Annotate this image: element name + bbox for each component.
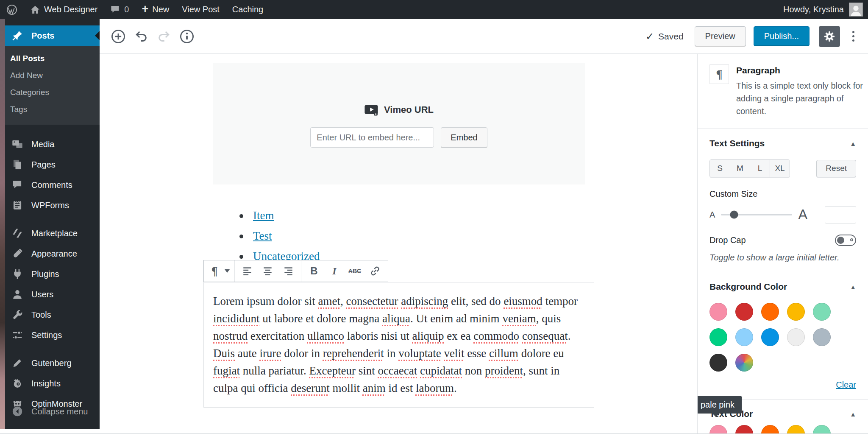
sidebar-item-gutenberg[interactable]: Gutenberg [0,353,100,373]
collapse-panel-icon[interactable]: ▲ [850,283,856,291]
admin-bar: Web Designer 0 + New View Post Caching H… [0,0,868,19]
list-item: Test [236,229,320,250]
align-right-button[interactable] [278,260,298,282]
sidebar-item-marketplace[interactable]: Marketplace [0,223,100,243]
block-inserter-button[interactable] [109,27,128,46]
sidebar-item-tools[interactable]: Tools [0,305,100,325]
slider-thumb[interactable] [730,211,738,219]
sidebar-item-appearance[interactable]: Appearance [0,243,100,264]
embed-url-input[interactable] [310,127,434,148]
sidebar-item-posts[interactable]: Posts [0,25,100,46]
color-swatch[interactable] [787,328,805,346]
wordpress-editor-window: Web Designer 0 + New View Post Caching H… [0,0,868,436]
gear-icon [823,31,835,42]
collapse-panel-icon[interactable]: ▲ [850,411,856,418]
preview-button[interactable]: Preview [695,26,746,46]
drop-cap-toggle[interactable] [835,235,856,246]
embed-button[interactable]: Embed [441,127,487,148]
sidebar-item-media[interactable]: Media [0,134,100,154]
view-post-link[interactable]: View Post [175,0,226,19]
block-card-description: This is a simple text only block for add… [736,79,863,117]
sidebar-item-wpforms[interactable]: WPForms [0,195,100,215]
color-swatch[interactable] [709,303,727,321]
custom-color-swatch[interactable] [735,354,753,372]
caching-menu[interactable]: Caching [226,0,270,19]
submenu-item-tags[interactable]: Tags [0,101,100,118]
posts-submenu: All PostsAdd NewCategoriesTags [0,46,100,125]
submenu-item-categories[interactable]: Categories [0,84,100,101]
color-swatch[interactable] [761,425,779,434]
color-swatch[interactable] [735,328,753,346]
comments-menu[interactable]: 0 [104,0,135,19]
text-settings-title: Text Settings [709,138,765,148]
bold-button[interactable]: B [304,260,324,282]
link-icon [369,265,381,277]
custom-size-input[interactable] [825,206,856,224]
users-icon [12,289,23,300]
color-swatch[interactable] [787,303,805,321]
collapse-arrow-icon [12,406,23,417]
publish-button[interactable]: Publish... [754,26,810,46]
italic-button[interactable]: I [324,260,345,282]
color-swatch[interactable] [761,328,779,346]
font-size-m-button[interactable]: M [730,160,750,177]
submenu-item-all-posts[interactable]: All Posts [0,50,100,67]
redo-button[interactable] [155,27,173,46]
color-swatch[interactable] [709,425,727,434]
sidebar-item-comments[interactable]: Comments [0,175,100,195]
collapse-menu-button[interactable]: Collapse menu [0,402,100,421]
collapse-panel-icon[interactable]: ▲ [850,140,856,147]
check-icon: ✓ [645,31,654,42]
color-swatch[interactable] [735,425,753,434]
submenu-item-add-new[interactable]: Add New [0,67,100,84]
color-swatch[interactable] [813,328,831,346]
pages-icon [12,159,23,170]
list-link-item[interactable]: Item [253,209,274,222]
reset-button[interactable]: Reset [816,160,856,177]
font-size-s-button[interactable]: S [710,160,730,177]
undo-button[interactable] [132,27,150,46]
comment-bubble-icon [110,5,120,15]
settings-gear-button[interactable] [819,26,840,47]
color-swatch[interactable] [761,303,779,321]
list-link-test[interactable]: Test [253,229,272,242]
admin-sidebar: Posts All PostsAdd NewCategoriesTags Med… [0,19,100,429]
howdy-account-menu[interactable]: Howdy, Krystina [783,5,844,14]
link-button[interactable] [365,260,385,282]
color-swatch[interactable] [813,303,831,321]
color-name-tooltip: pale pink [697,396,742,414]
strikethrough-button[interactable]: ABC [345,260,365,282]
text-color-swatches [709,425,856,434]
pushpin-icon [12,30,23,41]
sidebar-item-settings[interactable]: Settings [0,325,100,345]
video-icon [364,103,378,116]
paragraph-block[interactable]: Lorem ipsum dolor sit amet, consectetur … [203,282,594,408]
vimeo-embed-block[interactable]: Vimeo URL Embed [213,63,585,184]
new-content-menu[interactable]: + New [135,0,175,19]
sidebar-item-insights[interactable]: Insights [0,373,100,394]
wordpress-logo-icon[interactable] [0,0,24,19]
sidebar-item-users[interactable]: Users [0,284,100,305]
color-swatch[interactable] [787,425,805,434]
color-swatch[interactable] [813,425,831,434]
settings-icon [12,330,23,341]
media-icon [12,139,23,150]
paragraph-block-icon[interactable]: ¶ [206,260,223,282]
align-left-button[interactable] [237,260,258,282]
clear-color-link[interactable]: Clear [836,380,856,389]
change-block-type-dropdown[interactable] [223,260,232,282]
font-size-xl-button[interactable]: XL [770,160,790,177]
site-menu[interactable]: Web Designer [24,0,104,19]
color-swatch[interactable] [735,303,753,321]
info-button[interactable] [178,27,196,46]
color-swatch[interactable] [709,328,727,346]
more-options-button[interactable] [847,26,860,47]
sidebar-item-plugins[interactable]: Plugins [0,264,100,284]
color-swatch[interactable] [709,354,727,372]
avatar[interactable] [849,3,863,17]
font-size-l-button[interactable]: L [750,160,770,177]
align-center-button[interactable] [258,260,278,282]
text-settings-panel: Text Settings ▲ SMLXL Reset Custom Size … [698,129,868,272]
font-size-slider[interactable] [721,214,792,215]
sidebar-item-pages[interactable]: Pages [0,154,100,175]
